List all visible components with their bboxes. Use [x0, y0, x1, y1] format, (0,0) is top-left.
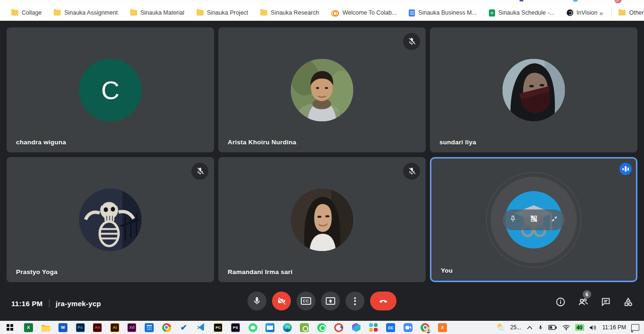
taskbar-creative-cloud[interactable]: cc: [382, 321, 399, 334]
tray-microphone-icon[interactable]: [538, 324, 543, 331]
microphone-button[interactable]: [248, 292, 266, 310]
taskbar-file-explorer[interactable]: [37, 321, 55, 334]
avatar: [503, 58, 565, 121]
taskbar-illustrator[interactable]: Ai: [106, 321, 124, 334]
taskbar-screen-recorder[interactable]: [296, 321, 314, 334]
bookmark-sinauka-assignment[interactable]: Sinauka Assignment: [54, 9, 117, 16]
chat-button[interactable]: [601, 297, 611, 307]
bookmark-sinauka-research[interactable]: Sinauka Research: [260, 9, 319, 16]
taskbar-photoshop[interactable]: Ps: [72, 321, 89, 334]
taskbar-free-cam[interactable]: [330, 321, 348, 334]
taskbar-excel[interactable]: X: [20, 321, 37, 334]
weather-temperature[interactable]: 25...: [510, 324, 521, 331]
slack-icon: [369, 323, 378, 332]
participant-tile-you[interactable]: You: [430, 157, 637, 282]
start-button[interactable]: [0, 321, 20, 334]
taskbar-chrome[interactable]: [158, 321, 175, 334]
bookmark-sinauka-project[interactable]: Sinauka Project: [197, 9, 248, 16]
participant-tile-chandra-wiguna[interactable]: C chandra wiguna: [7, 27, 214, 152]
tray-chevron-up-icon[interactable]: [527, 326, 533, 330]
bookmark-sinauka-material[interactable]: Sinauka Material: [130, 9, 184, 16]
taskbar-phpstorm[interactable]: PS: [227, 321, 244, 334]
minimize-tile-button[interactable]: [550, 215, 559, 225]
meeting-code[interactable]: jra-ymek-ycp: [56, 300, 101, 308]
excel-icon: X: [24, 323, 33, 332]
taskbar-calendar[interactable]: [140, 321, 158, 334]
camera-off-button[interactable]: [272, 292, 291, 310]
taskbar-mail[interactable]: [261, 321, 279, 334]
action-center-icon[interactable]: [631, 324, 639, 331]
taskbar-word[interactable]: W: [54, 321, 72, 334]
taskbar-vscode[interactable]: [192, 321, 210, 334]
more-options-button[interactable]: [346, 292, 364, 310]
tray-battery-icon[interactable]: [548, 325, 557, 330]
taskbar-android-emulator[interactable]: [244, 321, 262, 334]
word-icon: W: [58, 323, 67, 332]
meeting-side-panels: 6: [555, 296, 634, 308]
camera-app-icon: [300, 323, 309, 332]
bookmark-collage[interactable]: Collage: [11, 9, 41, 16]
audio-level-indicator-icon: [619, 163, 632, 175]
pycharm-icon: PC: [214, 323, 223, 332]
participant-tile-arista-khoiru-nurdina[interactable]: Arista Khoiru Nurdina: [218, 27, 426, 152]
bookmark-colab[interactable]: Welcome To Colab...: [331, 9, 396, 16]
bookmark-label: Sinauka Business M...: [418, 9, 477, 16]
bookmarks-overflow-chevron[interactable]: »: [597, 9, 605, 17]
avatar: C: [79, 58, 142, 121]
pin-tile-button[interactable]: [509, 215, 517, 225]
folder-icon: [260, 10, 267, 16]
taskbar-adobe-xd[interactable]: Xd: [124, 321, 141, 334]
participant-tile-sundari-liya[interactable]: sundari liya: [430, 27, 637, 152]
tray-wifi-icon[interactable]: [562, 325, 570, 330]
end-call-button[interactable]: [370, 292, 396, 310]
grid-off-button[interactable]: [529, 214, 538, 225]
folder-icon: [11, 10, 18, 16]
bookmark-label: Sinauka Project: [207, 9, 248, 16]
colab-icon: [331, 10, 339, 16]
weather-icon[interactable]: [496, 324, 505, 331]
browser-profile-avatar[interactable]: [614, 0, 621, 3]
taskbar-whatsapp[interactable]: [313, 321, 330, 334]
battery-percent-badge[interactable]: 40: [575, 324, 584, 331]
other-bookmarks-button[interactable]: Other bookmarks: [619, 9, 644, 16]
toolbar-fragment-icon: [520, 0, 523, 1]
present-button[interactable]: [321, 292, 340, 310]
taskbar-animate[interactable]: An: [89, 321, 106, 334]
bookmark-label: Sinauka Material: [140, 9, 184, 16]
captions-button[interactable]: CC: [297, 292, 315, 310]
taskbar-edge[interactable]: [279, 321, 296, 334]
taskbar-hexagon-app[interactable]: [347, 321, 365, 334]
taskbar-slack[interactable]: [365, 321, 382, 334]
avatar-initial: C: [101, 75, 120, 105]
taskbar-chrome-profile[interactable]: [417, 321, 434, 334]
tray-clock[interactable]: 11:16 PM: [603, 324, 626, 331]
bookmark-sinauka-schedule[interactable]: Sinauka Schedule -...: [489, 9, 554, 17]
bookmark-invision[interactable]: InVision: [567, 9, 597, 16]
folder-icon: [197, 10, 204, 16]
mic-off-icon: [403, 163, 420, 180]
taskbar-zoom[interactable]: [399, 321, 417, 334]
taskbar-pycharm[interactable]: PC: [210, 321, 227, 334]
check-icon: ✔: [181, 324, 187, 332]
participant-tile-ramandani-irma-sari[interactable]: Ramandani Irma sari: [218, 157, 426, 282]
participants-count-badge: 6: [583, 290, 591, 299]
system-tray: 25... 40 11:16 PM: [496, 321, 644, 334]
other-bookmarks-label: Other bookmarks: [629, 9, 644, 16]
bookmark-label: Sinauka Research: [271, 9, 319, 16]
illustrator-icon: Ai: [110, 323, 119, 332]
tray-volume-icon[interactable]: [589, 325, 597, 331]
whatsapp-icon: [317, 323, 326, 332]
bookmark-sinauka-business[interactable]: Sinauka Business M...: [409, 9, 477, 17]
android-icon: [248, 323, 257, 332]
tile-hover-actions: [503, 209, 565, 230]
participants-button[interactable]: 6: [578, 296, 589, 308]
activities-button[interactable]: [623, 297, 634, 308]
taskbar-apps: X W Ps An Ai Xd ✔ PC PS cc: [20, 321, 451, 334]
taskbar-xampp[interactable]: X: [434, 321, 451, 334]
phpstorm-icon: PS: [231, 323, 240, 332]
captions-icon: CC: [301, 297, 311, 305]
taskbar-todo[interactable]: ✔: [175, 321, 192, 334]
participant-tile-prastyo-yoga[interactable]: Prastyo Yoga: [7, 157, 214, 282]
avatar: [79, 188, 142, 251]
meeting-details-button[interactable]: [555, 297, 566, 307]
